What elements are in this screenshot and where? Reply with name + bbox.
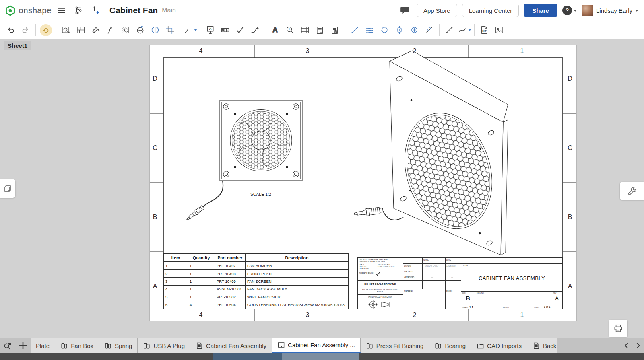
redo-icon[interactable]: [18, 23, 33, 37]
tools-panel-toggle[interactable]: [620, 182, 644, 200]
zone-col-label: 3: [306, 47, 310, 55]
table-icon[interactable]: [297, 23, 312, 37]
undo-icon[interactable]: [3, 23, 18, 37]
note-icon[interactable]: A: [268, 23, 283, 37]
drawing-sheet[interactable]: 4 3 2 1 4 3 2 1 D C B A D C B A SCALE 1:…: [150, 45, 576, 321]
learning-center-button[interactable]: Learning Center: [462, 4, 519, 17]
zone-row-label: C: [568, 144, 572, 152]
sheet-label: SHEET: [534, 306, 539, 308]
circled-plus-icon[interactable]: [407, 23, 422, 37]
tab-spring[interactable]: Spring: [99, 338, 138, 353]
tab-usb-a-plug[interactable]: USB A Plug: [138, 338, 190, 353]
bom-row: 11PRT-10497FAN BUMPER: [164, 262, 349, 269]
tab-cabinet-fan-assembly[interactable]: Cabinet Fan Assembly: [190, 338, 272, 353]
geometric-tolerance-icon[interactable]: [218, 23, 233, 37]
flip-view-icon[interactable]: [148, 23, 163, 37]
surface-finish-label: SURFACE FINISH: [359, 272, 374, 274]
onshape-logo[interactable]: onshape: [5, 5, 52, 16]
app-store-button[interactable]: App Store: [417, 4, 457, 17]
bom-header: Description: [246, 254, 349, 262]
comment-icon[interactable]: [398, 4, 412, 17]
tab-cad-imports[interactable]: CAD Imports: [471, 338, 527, 353]
break-lines-icon[interactable]: [362, 23, 377, 37]
sketch-spline-icon[interactable]: [457, 23, 472, 37]
part-studio-icon: [143, 342, 151, 350]
dxf-dwg-export-icon[interactable]: DXF: [477, 23, 492, 37]
bom-table-icon[interactable]: [312, 23, 327, 37]
zone-col-label: 1: [520, 47, 524, 55]
center-mark-icon[interactable]: [392, 23, 407, 37]
crop-view-icon[interactable]: [163, 23, 178, 37]
share-button[interactable]: Share: [524, 4, 557, 17]
help-menu[interactable]: ?: [562, 6, 577, 15]
update-views-icon[interactable]: [38, 23, 53, 37]
zone-row-label: D: [153, 75, 157, 82]
bom-header: Item: [164, 254, 188, 262]
zone-col-label: 3: [306, 311, 310, 319]
tabs-scroll-left-icon[interactable]: [623, 342, 630, 349]
print-button[interactable]: [609, 320, 627, 337]
hatch-line-icon[interactable]: [422, 23, 437, 37]
drawing-canvas[interactable]: Sheet1: [0, 39, 644, 338]
broken-out-section-icon[interactable]: [103, 23, 118, 37]
view-layout-icon[interactable]: [73, 23, 88, 37]
zone-col-label: 4: [199, 311, 203, 319]
hole-table-icon[interactable]: [327, 23, 342, 37]
auxiliary-view-icon[interactable]: [133, 23, 148, 37]
insert-view-icon[interactable]: [58, 23, 73, 37]
main-menu-icon[interactable]: [55, 4, 68, 17]
tab-back[interactable]: Back...: [527, 338, 557, 353]
tab-search-icon[interactable]: [0, 338, 15, 353]
surface-finish-icon[interactable]: [233, 23, 248, 37]
versions-history-icon[interactable]: [72, 4, 85, 17]
svg-text:DXF: DXF: [482, 30, 487, 32]
checked-label: CHECKED: [404, 271, 413, 273]
tabs-scroll-right-icon[interactable]: [634, 342, 642, 349]
drawing-icon: [277, 341, 285, 349]
drawn-name: LINDSAY EARLY: [425, 265, 439, 267]
scale-value: 1:1: [469, 306, 473, 309]
bom-row: 64PRT-10504COUNTERSUNK FLAT HEAD SCREW M…: [164, 301, 349, 309]
name-header: NAME: [423, 259, 429, 261]
part-studio-icon: [366, 342, 374, 350]
insert-new-element-icon[interactable]: [89, 4, 102, 17]
weld-symbol-icon[interactable]: [248, 23, 262, 37]
closed-spline-icon[interactable]: [377, 23, 392, 37]
user-menu[interactable]: Lindsay Early: [582, 5, 638, 16]
tab-fan-box[interactable]: Fan Box: [55, 338, 99, 353]
callout-icon[interactable]: [183, 23, 198, 37]
title-block[interactable]: UNLESS OTHERWISE SPECIFIED: DIMENSIONS A…: [357, 257, 563, 309]
detail-view-icon[interactable]: [118, 23, 133, 37]
date-header: DATE: [446, 259, 451, 261]
insert-image-icon[interactable]: [492, 23, 507, 37]
title-label: TITLE: [463, 265, 468, 267]
tab-press-fit-bushing[interactable]: Press Fit Bushing: [361, 338, 429, 353]
drawing-toolbar: A A 1 DXF: [0, 21, 644, 39]
dimension-icon[interactable]: A: [203, 23, 218, 37]
sketch-line-icon[interactable]: [442, 23, 457, 37]
section-view-icon[interactable]: [88, 23, 103, 37]
tabs-strip: Plate Fan Box Spring USB A Plug Cabinet …: [31, 338, 608, 353]
tab-plate[interactable]: Plate: [31, 338, 55, 353]
bom-table[interactable]: Item Quantity Part number Description 11…: [163, 253, 349, 309]
sheet-tab[interactable]: Sheet1: [4, 41, 31, 50]
centerline-icon[interactable]: [347, 23, 362, 37]
assembly-icon: [533, 342, 540, 350]
zone-row-label: B: [568, 214, 572, 221]
rev-value: A: [555, 296, 558, 300]
dwg-no-label: DWG. NO.: [477, 292, 484, 294]
chevron-down-icon: [635, 10, 638, 12]
tolerance-fractional: FRACTIONAL ± 1/32: [378, 266, 394, 268]
svg-text:A: A: [209, 27, 212, 31]
add-tab-button[interactable]: [15, 338, 31, 353]
document-title: Cabinet Fan: [109, 6, 158, 15]
sheets-panel-toggle[interactable]: [0, 179, 15, 198]
detail-circle-icon[interactable]: 1: [283, 23, 297, 37]
sheets-icon: [3, 184, 12, 193]
tab-cabinet-fan-assembly-drawing[interactable]: Cabinet Fan Assembly ...: [272, 338, 361, 353]
svg-text:A: A: [272, 26, 277, 34]
tab-bearing[interactable]: Bearing: [429, 338, 471, 353]
scale-label: SCALE: [462, 306, 468, 308]
avatar: [582, 5, 593, 16]
part-studio-icon: [104, 342, 112, 350]
